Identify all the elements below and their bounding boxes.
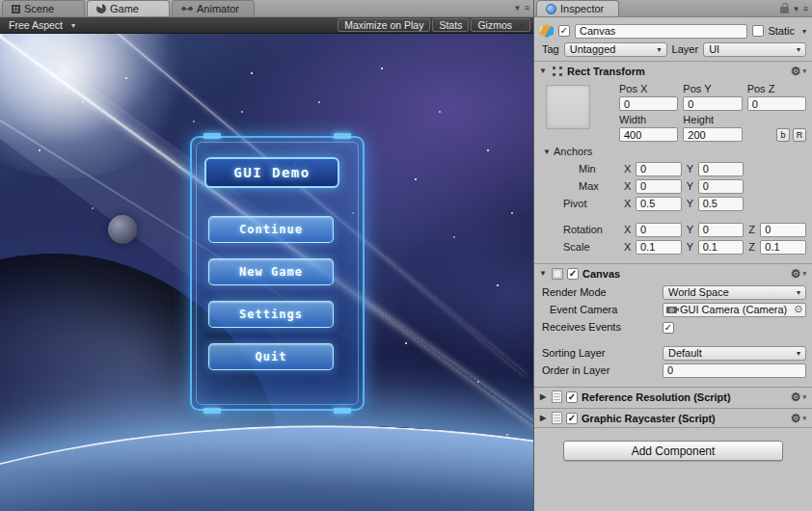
lock-icon[interactable] [780,7,789,13]
tab-scene[interactable]: Scene [2,0,85,16]
tab-animator[interactable]: Animator [172,0,255,16]
rotation-z-field[interactable]: 0 [760,223,806,237]
layer-value: UI [709,43,719,55]
scale-y-field[interactable]: 0.1 [698,240,744,255]
tab-animator-label: Animator [197,3,239,14]
pos-z-field[interactable]: 0 [747,96,806,111]
spacer-cell [747,113,806,125]
foldout-open-icon[interactable]: ▼ [538,269,548,278]
pos-y-field[interactable]: 0 [683,96,742,111]
blueprint-mode-button[interactable]: b [776,128,790,142]
static-toggle[interactable]: Static ▾ [752,25,806,37]
gear-icon[interactable]: ⚙ [791,391,801,403]
object-picker-icon[interactable]: ⊙ [795,305,802,314]
stats-button[interactable]: Stats [432,18,469,32]
foldout-open-icon[interactable]: ▼ [538,67,548,75]
order-in-layer-field[interactable]: 0 [663,363,806,378]
receives-events-label: Receives Events [542,321,658,333]
quit-button[interactable]: Quit [208,343,334,370]
tab-game[interactable]: Game [87,0,170,16]
chevron-down-icon: ▾ [802,66,806,77]
rotation-x-field[interactable]: 0 [636,223,682,237]
max-y-field[interactable]: 0 [698,179,744,194]
name-field[interactable]: Canvas [575,24,747,39]
reference-resolution-checkbox[interactable]: ✓ [566,391,578,403]
settings-button[interactable]: Settings [208,301,334,328]
gizmos-button[interactable]: Gizmos ▾ [471,18,530,32]
check-icon: ✓ [568,414,576,423]
active-checkbox[interactable]: ✓ [558,25,570,37]
sorting-layer-dropdown[interactable]: Default ▾ [663,346,806,361]
add-component-button[interactable]: Add Component [563,441,783,461]
event-camera-field[interactable]: GUI Camera (Camera) ⊙ [663,303,806,317]
rect-transform-header[interactable]: ▼ Rect Transform ⚙ ▾ [534,62,812,80]
add-component-row: Add Component [534,428,812,473]
tag-dropdown[interactable]: Untagged ▾ [564,42,667,57]
pos-x-label: Pos X [619,82,678,94]
anchors-label: Anchors [554,146,592,157]
graphic-raycaster-header[interactable]: ▶ ✓ Graphic Raycaster (Script) ⚙ ▾ [534,409,812,427]
render-mode-dropdown[interactable]: World Space ▾ [663,285,806,300]
small-moon [108,215,137,244]
rect-transform-component: ▼ Rect Transform ⚙ ▾ Pos X Pos Y Pos Z 0 [534,61,812,261]
pivot-y-field[interactable]: 0.5 [698,197,744,211]
pane-menu-icon[interactable]: ≡ [803,4,808,13]
foldout-open-icon[interactable]: ▼ [542,148,552,156]
gear-icon[interactable]: ⚙ [791,66,801,77]
min-x-field[interactable]: 0 [636,162,682,176]
scale-z-field[interactable]: 0.1 [760,240,806,255]
anchor-preset-button[interactable] [546,85,590,129]
pivot-x-field[interactable]: 0.5 [636,197,682,211]
inspector-tabstrip: Inspector ▾ ≡ [534,0,812,17]
pos-z-label: Pos Z [747,82,806,94]
rotation-y-field[interactable]: 0 [698,223,744,237]
pane-dropdown-icon[interactable]: ▾ [515,3,520,13]
chevron-down-icon: ▾ [516,21,524,30]
new-game-button[interactable]: New Game [208,258,334,285]
x-axis-label: X [624,241,632,253]
game-icon [96,4,106,13]
component-menu[interactable]: ⚙ ▾ [791,413,806,424]
width-field[interactable]: 400 [619,127,678,142]
layer-dropdown[interactable]: UI ▾ [703,42,806,57]
render-mode-row: Render Mode World Space ▾ [534,284,812,300]
tab-inspector[interactable]: Inspector [536,0,619,16]
foldout-closed-icon[interactable]: ▶ [538,414,548,422]
gear-icon[interactable]: ⚙ [791,413,801,424]
static-checkbox[interactable] [752,25,764,37]
scale-z-value: 0.1 [765,241,779,253]
y-axis-label: Y [687,241,694,253]
anchors-foldout-row: ▼ Anchors [534,144,812,159]
continue-button[interactable]: Continue [208,216,334,243]
component-menu[interactable]: ⚙ ▾ [791,391,806,403]
raw-edit-mode-button[interactable]: R [793,128,806,142]
aspect-dropdown[interactable]: Free Aspect ▾ [3,18,81,33]
reference-resolution-header[interactable]: ▶ ✓ Reference Resolution (Script) ⚙ ▾ [534,388,812,406]
height-field[interactable]: 200 [683,127,742,142]
reference-resolution-title: Reference Resolution (Script) [582,391,731,403]
render-mode-value: World Space [668,286,729,298]
component-menu[interactable]: ⚙ ▾ [791,66,806,77]
graphic-raycaster-checkbox[interactable]: ✓ [566,413,578,424]
canvas-header[interactable]: ▼ ✓ Canvas ⚙ ▾ [534,264,812,282]
static-dropdown-icon[interactable]: ▾ [798,27,806,36]
scale-x-field[interactable]: 0.1 [636,240,682,255]
inspector-pane-menu[interactable]: ▾ ≡ [780,3,808,13]
left-pane-menu[interactable]: ▾ ≡ [515,3,529,13]
event-camera-value: GUI Camera (Camera) [680,304,787,315]
component-menu[interactable]: ⚙ ▾ [791,268,806,280]
pane-menu-icon[interactable]: ≡ [525,3,529,13]
x-axis-label: X [624,163,632,175]
rect-transform-top: Pos X Pos Y Pos Z 0 0 0 Width Height 400… [534,80,812,142]
foldout-closed-icon[interactable]: ▶ [538,392,548,401]
anchors-foldout[interactable]: ▼ Anchors [542,146,619,157]
max-x-field[interactable]: 0 [636,179,682,194]
pos-x-field[interactable]: 0 [619,96,678,111]
max-label: Max [542,180,619,192]
maximize-on-play-button[interactable]: Maximize on Play [338,18,430,32]
pane-dropdown-icon[interactable]: ▾ [794,4,798,13]
gear-icon[interactable]: ⚙ [791,268,801,280]
receives-events-checkbox[interactable]: ✓ [663,322,674,334]
canvas-enabled-checkbox[interactable]: ✓ [567,268,579,280]
min-y-field[interactable]: 0 [698,162,744,176]
